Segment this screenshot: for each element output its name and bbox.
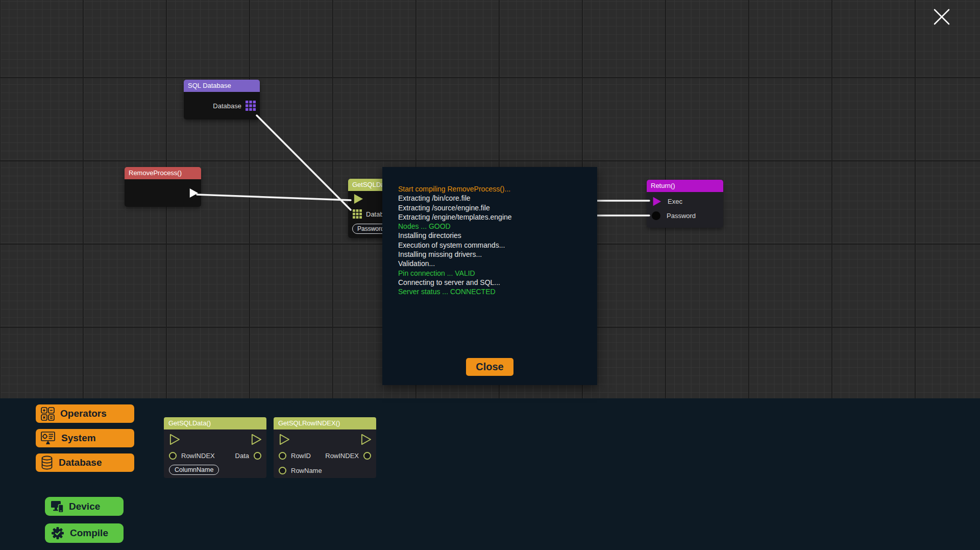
exec-input-pin-icon[interactable] (279, 434, 289, 445)
log-line: Nodes ... GOOD (398, 222, 589, 231)
close-button[interactable]: Close (466, 358, 513, 376)
node-remove-process[interactable]: RemoveProcess() (125, 167, 201, 207)
compile-gear-icon (51, 526, 65, 540)
node-header-return[interactable]: Return() (647, 180, 723, 192)
exec-input-pin-icon[interactable] (652, 196, 662, 207)
database-grid-pin-icon[interactable] (353, 209, 362, 219)
compile-button[interactable]: Compile (45, 523, 124, 543)
node-title: RemoveProcess() (129, 169, 182, 177)
exec-input-pin-icon[interactable] (353, 193, 363, 205)
devices-icon (51, 500, 64, 513)
compile-log: Start compiling RemoveProcess()... Extra… (398, 184, 589, 297)
password-pin-label: Password (667, 212, 696, 220)
device-button[interactable]: Device (45, 497, 124, 516)
button-label: System (61, 433, 96, 444)
output-pin-label: Database (213, 102, 241, 110)
template-node-title: GetSQLRowINDEX() (274, 417, 376, 429)
button-label: Database (59, 457, 102, 468)
pin-label: RowINDEX (181, 452, 215, 460)
template-node-getsqldata[interactable]: GetSQLData() RowINDEX Data ColumnName (164, 417, 266, 478)
node-body (125, 179, 201, 207)
log-line: Extracting /source/engine.file (398, 203, 589, 212)
palette-panel: Operators System Database GetSQLData() (0, 398, 980, 550)
password-input-pin-icon[interactable] (652, 211, 660, 220)
pin-label: Data (235, 452, 249, 460)
exec-input-pin-icon[interactable] (169, 434, 180, 445)
exec-output-pin-icon[interactable] (251, 434, 261, 445)
close-icon[interactable] (929, 4, 954, 30)
compile-log-modal: Start compiling RemoveProcess()... Extra… (382, 167, 597, 385)
log-line: Installing directories (398, 231, 589, 240)
template-node-getsqlrowindex[interactable]: GetSQLRowINDEX() RowID RowINDEX (274, 417, 376, 478)
log-line: Validation... (398, 259, 589, 268)
log-line: Installing missing drivers... (398, 250, 589, 259)
node-title: SQL Database (188, 82, 231, 89)
log-line: Connecting to server and SQL... (398, 278, 589, 287)
database-grid-pin-icon[interactable] (246, 101, 256, 111)
rowindex-input-pin-icon[interactable] (169, 452, 177, 460)
exec-output-pin-icon[interactable] (360, 434, 371, 445)
category-button-operators[interactable]: Operators (36, 404, 134, 423)
rowindex-output-pin-icon[interactable] (363, 452, 371, 460)
button-label: Compile (70, 528, 108, 539)
log-line: Server status ... CONNECTED (398, 287, 589, 296)
node-header-remove-process[interactable]: RemoveProcess() (125, 167, 201, 179)
system-monitor-icon (41, 432, 56, 445)
rowid-input-pin-icon[interactable] (279, 452, 286, 460)
log-line: Pin connection ... VALID (398, 269, 589, 278)
pin-label: RowID (291, 452, 311, 460)
data-output-pin-icon[interactable] (254, 452, 261, 460)
exec-pin-label: Exec (668, 198, 682, 205)
columnname-field[interactable]: ColumnName (169, 465, 219, 475)
log-line: Execution of system commands... (398, 241, 589, 250)
button-label: Operators (60, 408, 107, 419)
pin-label: RowINDEX (325, 452, 359, 460)
template-node-body: RowINDEX Data ColumnName (164, 429, 266, 478)
template-node-title: GetSQLData() (164, 417, 266, 429)
log-line: Extracting /engine/templates.engine (398, 212, 589, 222)
category-button-database[interactable]: Database (36, 453, 134, 472)
button-label: Device (69, 501, 100, 512)
node-header-sql-database[interactable]: SQL Database (184, 80, 260, 92)
node-return[interactable]: Return() Exec Password (647, 180, 723, 228)
template-node-body: RowID RowINDEX RowName (274, 429, 376, 478)
pin-label: RowName (291, 467, 322, 474)
node-title: Return() (651, 182, 675, 189)
database-icon (41, 456, 53, 470)
calculator-icon (41, 407, 55, 421)
node-sql-database[interactable]: SQL Database Database (184, 80, 260, 119)
log-line: Start compiling RemoveProcess()... (398, 184, 589, 194)
rowname-input-pin-icon[interactable] (279, 467, 286, 474)
log-line: Extracting /bin/core.file (398, 194, 589, 203)
node-body: Database (184, 92, 260, 119)
node-body: Exec Password (647, 192, 723, 228)
exec-output-pin-icon[interactable] (188, 187, 199, 199)
category-button-system[interactable]: System (36, 429, 134, 447)
